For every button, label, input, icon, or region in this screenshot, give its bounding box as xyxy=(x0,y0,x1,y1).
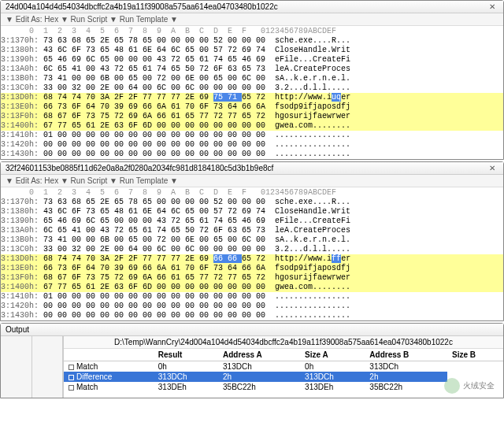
col-header[interactable]: Size A xyxy=(300,349,365,361)
hex-row[interactable]: 3:1390h: 65 46 69 6C 65 00 00 00 43 72 6… xyxy=(1,217,503,226)
panel-1-header: 0 1 2 3 4 5 6 7 8 9 A B C D E F 01234567… xyxy=(1,26,503,36)
panel-2-titlebar: 32f24601153be0885f11d62e0a8a2f0280a2034f… xyxy=(1,162,503,175)
output-title: Output xyxy=(1,324,503,336)
panel-2-header: 0 1 2 3 4 5 6 7 8 9 A B C D E F 01234567… xyxy=(1,187,503,198)
hex-row[interactable]: 3:1370h: 73 63 68 65 2E 65 78 65 00 00 0… xyxy=(1,198,503,207)
hex-row[interactable]: 3:1430h: 00 00 00 00 00 00 00 00 00 00 0… xyxy=(1,311,503,320)
hex-panel-2: 32f24601153be0885f11d62e0a8a2f0280a2034f… xyxy=(0,161,504,321)
panel-1-rows[interactable]: 3:1370h: 73 63 68 65 2E 65 78 65 00 00 0… xyxy=(1,36,503,159)
watermark: 火绒安全 xyxy=(444,378,495,394)
panel-1-toolbar[interactable]: ▼ Edit As: Hex ▼ Run Script ▼ Run Templa… xyxy=(1,13,503,26)
hex-panel-1: 24d004a104d4d54034dbcffc2a4b19a11f39008a… xyxy=(0,0,504,160)
watermark-text: 火绒安全 xyxy=(463,380,495,391)
hex-row[interactable]: 3:13C0h: 33 00 32 00 2E 00 64 00 6C 00 6… xyxy=(1,83,503,93)
panel-2-title: 32f24601153be0885f11d62e0a8a2f0280a2034f… xyxy=(6,164,273,172)
hex-row[interactable]: 3:1400h: 67 77 65 61 2E 63 6F 6D 00 00 0… xyxy=(1,121,503,131)
expand-icon[interactable] xyxy=(69,375,74,380)
expand-icon[interactable] xyxy=(69,365,74,370)
panel-1-titlebar: 24d004a104d4d54034dbcffc2a4b19a11f39008a… xyxy=(1,1,503,13)
panel-1-content: 0 1 2 3 4 5 6 7 8 9 A B C D E F 01234567… xyxy=(1,26,503,159)
hex-row[interactable]: 3:1380h: 43 6C 6F 73 65 48 61 6E 64 6C 6… xyxy=(1,46,503,55)
output-sidebar xyxy=(1,336,64,398)
hex-row[interactable]: 3:13F0h: 68 67 6F 73 75 72 69 6A 66 61 6… xyxy=(1,112,503,121)
hex-row[interactable]: 3:1380h: 43 6C 6F 73 65 48 61 6E 64 6C 6… xyxy=(1,207,503,217)
output-table[interactable]: ResultAddress ASize AAddress BSize B Mat… xyxy=(64,349,503,392)
hex-row[interactable]: 3:1420h: 00 00 00 00 00 00 00 00 00 00 0… xyxy=(1,302,503,311)
hex-row[interactable]: 3:1410h: 01 00 00 00 00 00 00 00 00 00 0… xyxy=(1,292,503,302)
hex-row[interactable]: 3:13B0h: 73 41 00 00 6B 00 65 00 72 00 6… xyxy=(1,74,503,83)
table-row[interactable]: Difference313DCh2h313DCh2h xyxy=(64,372,503,382)
hex-row[interactable]: 3:1410h: 01 00 00 00 00 00 00 00 00 00 0… xyxy=(1,131,503,140)
logo-icon xyxy=(444,378,460,394)
hex-row[interactable]: 3:1390h: 65 46 69 6C 65 00 00 00 43 72 6… xyxy=(1,55,503,65)
col-header[interactable]: Address A xyxy=(218,349,300,361)
expand-icon[interactable] xyxy=(69,385,74,391)
hex-row[interactable]: 3:13B0h: 73 41 00 00 6B 00 65 00 72 00 6… xyxy=(1,235,503,245)
panel-2-rows[interactable]: 3:1370h: 73 63 68 65 2E 65 78 65 00 00 0… xyxy=(1,198,503,320)
col-header[interactable]: Size B xyxy=(447,349,503,361)
hex-row[interactable]: 3:13E0h: 66 73 6F 64 70 39 69 66 6A 61 7… xyxy=(1,102,503,112)
table-row[interactable]: Match0h313DCh0h313DCh xyxy=(64,361,503,372)
panel-2-toolbar[interactable]: ▼ Edit As: Hex ▼ Run Script ▼ Run Templa… xyxy=(1,175,503,187)
hex-row[interactable]: 3:1400h: 67 77 65 61 2E 63 6F 6D 00 00 0… xyxy=(1,283,503,292)
hex-row[interactable]: 3:13D0h: 68 74 74 70 3A 2F 2F 77 77 77 2… xyxy=(1,93,503,102)
hex-row[interactable]: 3:13E0h: 66 73 6F 64 70 39 69 66 6A 61 7… xyxy=(1,264,503,273)
hex-row[interactable]: 3:1370h: 73 63 68 65 2E 65 78 65 00 00 0… xyxy=(1,36,503,46)
hex-row[interactable]: 3:13F0h: 68 67 6F 73 75 72 69 6A 66 61 6… xyxy=(1,273,503,283)
output-panel: Output D:\Temp\WannCry\24d004a104d4d5403… xyxy=(0,323,504,398)
hex-row[interactable]: 3:13A0h: 6C 65 41 00 43 72 65 61 74 65 5… xyxy=(1,65,503,74)
hex-row[interactable]: 3:13A0h: 6C 65 41 00 43 72 65 61 74 65 5… xyxy=(1,226,503,235)
panel-1-title: 24d004a104d4d54034dbcffc2a4b19a11f39008a… xyxy=(6,2,278,11)
hex-row[interactable]: 3:1420h: 00 00 00 00 00 00 00 00 00 00 0… xyxy=(1,140,503,150)
output-path: D:\Temp\WannCry\24d004a104d4d54034dbcffc… xyxy=(64,336,503,349)
hex-row[interactable]: 3:13C0h: 33 00 32 00 2E 00 64 00 6C 00 6… xyxy=(1,245,503,254)
panel-2-content: 0 1 2 3 4 5 6 7 8 9 A B C D E F 01234567… xyxy=(1,187,503,320)
table-row[interactable]: Match313DEh35BC22h313DEh35BC22h xyxy=(64,382,503,392)
close-icon[interactable]: ✕ xyxy=(486,164,498,172)
hex-row[interactable]: 3:1430h: 00 00 00 00 00 00 00 00 00 00 0… xyxy=(1,150,503,159)
col-header[interactable]: Address B xyxy=(365,349,447,361)
hex-row[interactable]: 3:13D0h: 68 74 74 70 3A 2F 2F 77 77 77 2… xyxy=(1,254,503,264)
close-icon[interactable]: ✕ xyxy=(486,2,498,11)
col-header[interactable]: Result xyxy=(154,349,218,361)
